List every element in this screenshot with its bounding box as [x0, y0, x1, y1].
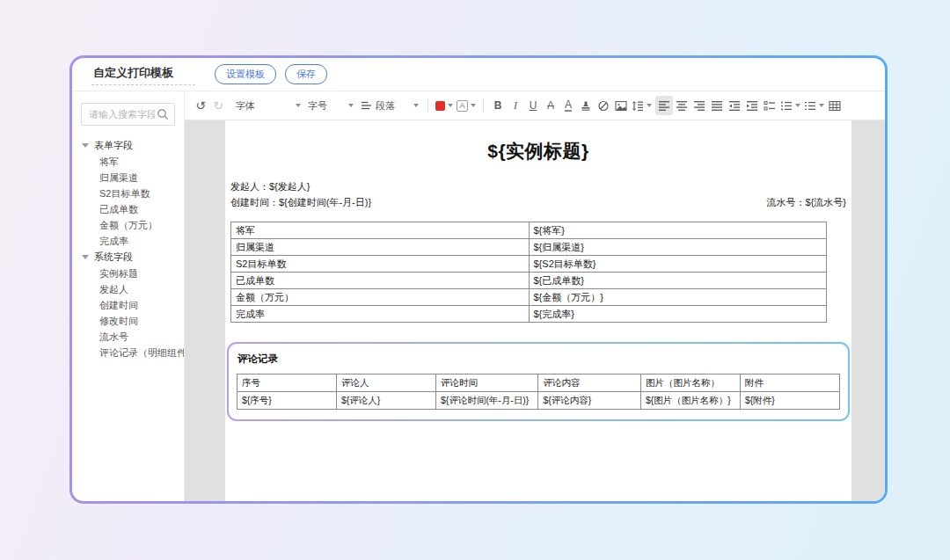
- ordered-list-button[interactable]: [802, 96, 826, 115]
- field-value-cell[interactable]: ${金额（万元）}: [529, 289, 827, 306]
- font-accent-button[interactable]: A: [559, 96, 577, 115]
- comment-header-cell[interactable]: 评论人: [337, 375, 436, 392]
- strikethrough-button[interactable]: A: [542, 96, 559, 115]
- paragraph-select[interactable]: 段落: [357, 96, 422, 115]
- field-group-system[interactable]: 系统字段: [81, 249, 175, 265]
- comment-table[interactable]: 序号 评论人 评论时间 评论内容 图片（图片名称） 附件: [237, 374, 840, 410]
- strikethrough-icon: A: [547, 100, 554, 111]
- chevron-down-icon[interactable]: [82, 143, 89, 148]
- field-item[interactable]: 评论记录（明细组件）: [81, 345, 175, 360]
- font-size-label: 字号: [308, 99, 340, 113]
- align-left-button[interactable]: [655, 96, 673, 115]
- comment-section-title: 评论记录: [238, 353, 840, 366]
- comment-value-cell[interactable]: ${评论人}: [337, 392, 436, 410]
- field-item[interactable]: 修改时间: [81, 313, 175, 329]
- table-row[interactable]: 金额（万元）${金额（万元）}: [231, 289, 827, 306]
- field-value-cell[interactable]: ${已成单数}: [529, 273, 827, 289]
- comment-value-cell[interactable]: ${序号}: [238, 392, 337, 410]
- doc-meta-created[interactable]: 创建时间：${创建时间(年-月-日)}: [230, 194, 371, 210]
- search-icon[interactable]: [157, 108, 169, 120]
- field-item[interactable]: 流水号: [81, 329, 175, 345]
- table-row[interactable]: S2目标单数${S2目标单数}: [231, 256, 827, 273]
- field-value-cell[interactable]: ${S2目标单数}: [529, 256, 827, 273]
- font-family-select[interactable]: 字体: [232, 96, 304, 115]
- ordered-list-icon: [804, 100, 816, 112]
- template-title-input[interactable]: 自定义打印模板: [91, 63, 195, 85]
- field-label-cell[interactable]: 金额（万元）: [231, 289, 530, 306]
- font-size-select[interactable]: 字号: [304, 96, 357, 115]
- field-label-cell[interactable]: S2目标单数: [231, 256, 530, 273]
- line-height-button[interactable]: [630, 96, 654, 115]
- comment-block[interactable]: 评论记录 序号 评论人 评论时间 评论内容: [229, 344, 848, 419]
- chevron-down-icon[interactable]: [82, 255, 89, 259]
- field-item[interactable]: 将军: [81, 154, 175, 170]
- save-button[interactable]: 保存: [285, 64, 327, 84]
- font-color-button[interactable]: [434, 96, 455, 115]
- align-justify-button[interactable]: [708, 96, 726, 115]
- field-item[interactable]: 完成率: [81, 233, 175, 249]
- format-painter-button[interactable]: [577, 96, 595, 115]
- editor-toolbar: ↺ ↻ 字体 字号 段落: [185, 91, 885, 120]
- comment-value-cell[interactable]: ${评论内容}: [538, 392, 640, 410]
- field-item[interactable]: 发起人: [81, 281, 175, 297]
- table-row[interactable]: 归属渠道${归属渠道}: [231, 239, 827, 256]
- comment-value-cell[interactable]: ${附件}: [740, 392, 839, 410]
- comment-value-cell[interactable]: ${图片（图片名称）}: [640, 392, 740, 410]
- doc-title-placeholder[interactable]: ${实例标题}: [230, 139, 846, 164]
- comment-value-cell[interactable]: ${评论时间(年-月-日)}: [436, 392, 538, 410]
- insert-image-button[interactable]: [612, 96, 630, 115]
- field-group-label: 系统字段: [94, 251, 133, 264]
- doc-meta-initiator[interactable]: 发起人：${发起人}: [230, 178, 846, 194]
- todo-list-button[interactable]: [761, 96, 778, 115]
- comment-header-cell[interactable]: 附件: [740, 375, 839, 392]
- field-item[interactable]: S2目标单数: [81, 185, 175, 201]
- document-page[interactable]: ${实例标题} 发起人：${发起人} 创建时间：${创建时间(年-月-日)} 流…: [225, 120, 851, 501]
- table-row[interactable]: 将军${将军}: [231, 222, 827, 239]
- setup-template-button[interactable]: 设置模板: [215, 64, 276, 84]
- field-label-cell[interactable]: 已成单数: [231, 273, 530, 289]
- bold-button[interactable]: B: [489, 96, 507, 115]
- align-justify-icon: [711, 100, 723, 112]
- align-center-icon: [676, 100, 688, 112]
- comment-value-row[interactable]: ${序号} ${评论人} ${评论时间(年-月-日)} ${评论内容} ${图片…: [238, 392, 840, 410]
- indent-decrease-button[interactable]: [726, 96, 743, 115]
- align-right-button[interactable]: [691, 96, 708, 115]
- field-value-cell[interactable]: ${归属渠道}: [529, 239, 827, 256]
- editor-canvas: ${实例标题} 发起人：${发起人} 创建时间：${创建时间(年-月-日)} 流…: [185, 120, 885, 501]
- comment-header-cell[interactable]: 评论时间: [436, 375, 538, 392]
- main-field-table[interactable]: 将军${将军} 归属渠道${归属渠道} S2目标单数${S2目标单数} 已成单数…: [230, 222, 827, 323]
- comment-header-cell[interactable]: 评论内容: [538, 375, 640, 392]
- field-item[interactable]: 金额（万元）: [81, 217, 175, 233]
- italic-button[interactable]: I: [507, 96, 524, 115]
- comment-header-cell[interactable]: 序号: [238, 375, 337, 392]
- highlight-color-button[interactable]: A: [455, 96, 478, 115]
- font-family-label: 字体: [236, 99, 288, 113]
- align-center-button[interactable]: [673, 96, 691, 115]
- field-group-form[interactable]: 表单字段: [81, 137, 175, 154]
- clear-format-icon: [597, 100, 610, 112]
- indent-increase-button[interactable]: [743, 96, 761, 115]
- field-item[interactable]: 已成单数: [81, 201, 175, 217]
- field-item[interactable]: 创建时间: [81, 297, 175, 313]
- redo-button[interactable]: ↻: [209, 96, 227, 115]
- doc-meta-serial[interactable]: 流水号：${流水号}: [767, 194, 846, 210]
- table-row[interactable]: 已成单数${已成单数}: [231, 273, 827, 289]
- comment-header-row[interactable]: 序号 评论人 评论时间 评论内容 图片（图片名称） 附件: [238, 375, 840, 392]
- font-color-swatch: [435, 101, 445, 111]
- field-item[interactable]: 归属渠道: [81, 170, 175, 185]
- insert-table-button[interactable]: [826, 96, 844, 115]
- field-search: [81, 103, 175, 126]
- comment-header-cell[interactable]: 图片（图片名称）: [640, 375, 740, 392]
- indent-increase-icon: [746, 100, 758, 112]
- field-label-cell[interactable]: 将军: [231, 222, 530, 239]
- underline-button[interactable]: U: [524, 96, 542, 115]
- clear-format-button[interactable]: [595, 96, 612, 115]
- field-label-cell[interactable]: 归属渠道: [231, 239, 530, 256]
- bullet-list-button[interactable]: [778, 96, 802, 115]
- field-label-cell[interactable]: 完成率: [231, 306, 530, 323]
- field-item[interactable]: 实例标题: [81, 265, 175, 281]
- table-row[interactable]: 完成率${完成率}: [231, 306, 827, 323]
- undo-button[interactable]: ↺: [192, 96, 209, 115]
- field-value-cell[interactable]: ${将军}: [529, 222, 827, 239]
- field-value-cell[interactable]: ${完成率}: [529, 306, 827, 323]
